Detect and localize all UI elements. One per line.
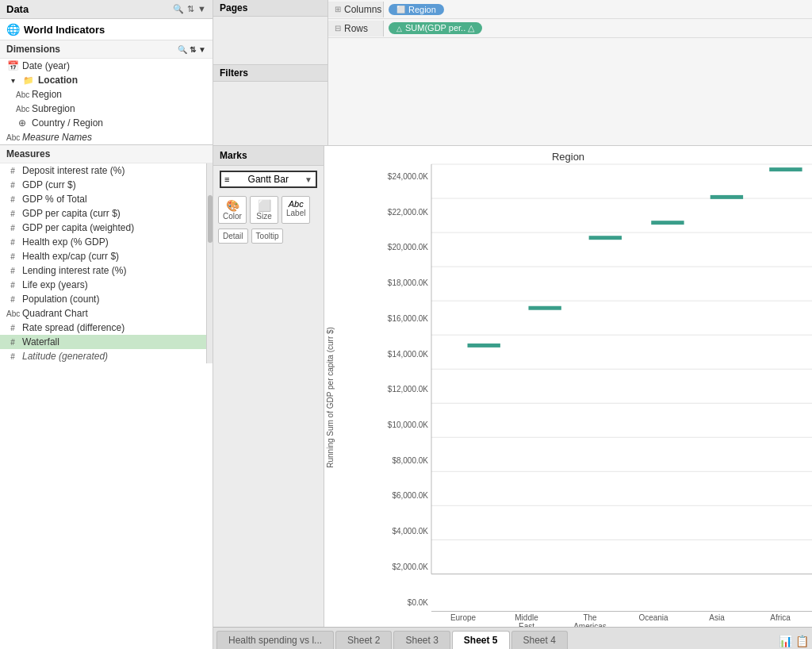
dim-item-country[interactable]: ⊕ Country / Region xyxy=(0,116,213,130)
columns-pill[interactable]: ⬜ Region xyxy=(389,4,444,15)
tab-sheet5[interactable]: Sheet 5 xyxy=(452,631,510,649)
columns-shelf: ⊞ Columns ⬜ Region xyxy=(328,0,812,19)
measure-hash-icon-9: # xyxy=(6,281,19,290)
tab-sheet2[interactable]: Sheet 2 xyxy=(335,631,392,649)
measure-label-gdp-pct: GDP % of Total xyxy=(22,194,87,205)
tab-health-spending[interactable]: Health spending vs l... xyxy=(216,631,334,649)
measure-gdp[interactable]: # GDP (curr $) xyxy=(0,178,206,192)
measure-gdp-weighted[interactable]: # GDP per capita (weighted) xyxy=(0,221,206,235)
measure-list: # Deposit interest rate (%) # GDP (curr … xyxy=(0,163,206,363)
rows-pill[interactable]: △ SUM(GDP per.. △ xyxy=(389,22,482,34)
bar-africa xyxy=(769,167,802,171)
dimension-list: 📅 Date (year) ▾ 📁 Location Abc Region Ab… xyxy=(0,59,213,144)
measure-hash-icon-4: # xyxy=(6,209,19,218)
rows-content: △ SUM(GDP per.. △ xyxy=(384,21,812,36)
rows-pill-text: SUM(GDP per.. △ xyxy=(405,23,474,33)
measure-waterfall[interactable]: # Waterfall xyxy=(0,335,206,349)
y-label-4: $16,000.0K xyxy=(388,314,428,323)
left-panel-header: Data 🔍 ⇅ ▼ xyxy=(0,0,213,19)
measure-lending[interactable]: # Lending interest rate (%) xyxy=(0,263,206,278)
columns-content: ⬜ Region xyxy=(384,2,812,17)
size-icon: ⬜ xyxy=(258,199,271,212)
measure-gdp-per-cap[interactable]: # GDP per capita (curr $) xyxy=(0,206,206,221)
dim-item-subregion[interactable]: Abc Subregion xyxy=(0,102,213,116)
data-source-name: World Indicators xyxy=(24,24,105,36)
measure-health-cap[interactable]: # Health exp/cap (curr $) xyxy=(0,249,206,263)
pages-label: Pages xyxy=(213,0,327,17)
rows-pill-icon: △ xyxy=(396,25,402,33)
marks-type-dropdown[interactable]: ≡ Gantt Bar ▼ xyxy=(220,171,317,188)
measure-label-latitude: Latitude (generated) xyxy=(22,351,108,362)
color-label: Color xyxy=(223,212,242,221)
data-source-row[interactable]: 🌐 World Indicators xyxy=(0,19,213,40)
tooltip-button[interactable]: Tooltip xyxy=(251,228,284,244)
y-axis-wrapper: Running Sum of GDP per capita (curr $) $… xyxy=(324,164,431,627)
measure-label-waterfall: Waterfall xyxy=(22,336,59,348)
measures-label: Measures xyxy=(6,148,50,159)
dim-arrow-icon[interactable]: ▼ xyxy=(198,45,206,54)
marks-panel: Marks ≡ Gantt Bar ▼ 🎨 Color ⬜ Size xyxy=(213,146,324,627)
dim-search-icon[interactable]: 🔍 xyxy=(178,45,187,54)
bar-middle-east xyxy=(528,306,561,310)
measure-hash-icon-13: # xyxy=(6,352,19,361)
dropdown-chevron: ▼ xyxy=(304,175,312,184)
tab-sheet3[interactable]: Sheet 3 xyxy=(393,631,450,649)
duplicate-sheet-icon[interactable]: 📋 xyxy=(795,635,809,647)
measure-life[interactable]: # Life exp (years) xyxy=(0,278,206,292)
bar-asia xyxy=(710,195,743,199)
dim-sort-icon[interactable]: ⇅ xyxy=(190,45,196,54)
data-source-icon: 🌐 xyxy=(6,23,20,36)
measure-health-pct[interactable]: # Health exp (% GDP) xyxy=(0,235,206,249)
location-group-icon: 📁 xyxy=(22,75,35,86)
measure-label-gdp-per-cap: GDP per capita (curr $) xyxy=(22,208,121,219)
measure-label-deposit: Deposit interest rate (%) xyxy=(22,165,124,176)
measure-population[interactable]: # Population (count) xyxy=(0,292,206,306)
y-label-11: $2,000.0K xyxy=(392,563,428,571)
measure-deposit[interactable]: # Deposit interest rate (%) xyxy=(0,163,206,178)
tab-sheet4[interactable]: Sheet 4 xyxy=(511,631,568,649)
left-panel: Data 🔍 ⇅ ▼ 🌐 World Indicators Dimensions… xyxy=(0,0,213,649)
gantt-icon: ≡ xyxy=(224,175,229,184)
bar-oceania xyxy=(651,221,684,225)
dim-label-region: Region xyxy=(32,89,62,100)
dim-item-measure-names[interactable]: Abc Measure Names xyxy=(0,130,213,144)
filters-label: Filters xyxy=(213,64,327,82)
x-label-africa: Africa xyxy=(749,613,812,627)
subregion-icon: Abc xyxy=(16,105,29,113)
marks-type-label: Gantt Bar xyxy=(248,174,289,185)
y-label-12: $0.0K xyxy=(408,598,428,607)
measure-latitude[interactable]: # Latitude (generated) xyxy=(0,349,206,363)
measure-gdp-pct[interactable]: # GDP % of Total xyxy=(0,192,206,206)
measure-label-population: Population (count) xyxy=(22,294,99,305)
marks-title: Marks xyxy=(213,146,324,166)
dim-label-measure-names: Measure Names xyxy=(22,132,92,143)
main-area: Data 🔍 ⇅ ▼ 🌐 World Indicators Dimensions… xyxy=(0,0,812,649)
x-label-europe: Europe xyxy=(431,613,495,627)
sort-icon[interactable]: ⇅ xyxy=(187,4,194,14)
color-button[interactable]: 🎨 Color xyxy=(218,196,247,224)
label-button[interactable]: Abc Label xyxy=(282,196,310,224)
more-icon[interactable]: ▼ xyxy=(197,4,206,14)
size-button[interactable]: ⬜ Size xyxy=(250,196,278,224)
search-icon[interactable]: 🔍 xyxy=(173,4,184,14)
dim-item-location[interactable]: ▾ 📁 Location xyxy=(0,73,213,87)
dim-item-date[interactable]: 📅 Date (year) xyxy=(0,59,213,73)
measure-quadrant[interactable]: Abc Quadrant Chart xyxy=(0,306,206,321)
dim-item-region[interactable]: Abc Region xyxy=(0,87,213,102)
bar-americas xyxy=(589,236,622,240)
rows-label: ⊟ Rows xyxy=(328,21,384,36)
y-label-0: $24,000.0K xyxy=(388,172,428,181)
location-expand-icon: ▾ xyxy=(6,76,19,85)
measure-label-lending: Lending interest rate (%) xyxy=(22,265,126,276)
tab-icons: 📊 📋 xyxy=(779,635,809,649)
measure-rate-spread[interactable]: # Rate spread (difference) xyxy=(0,321,206,335)
measure-label-quadrant: Quadrant Chart xyxy=(22,308,88,319)
country-icon: ⊕ xyxy=(16,117,29,129)
detail-button[interactable]: Detail xyxy=(218,228,248,244)
measure-label-rate-spread: Rate spread (difference) xyxy=(22,322,124,333)
panel-header-icons: 🔍 ⇅ ▼ xyxy=(173,4,206,14)
new-sheet-icon[interactable]: 📊 xyxy=(779,635,792,647)
measures-header: Measures xyxy=(0,145,213,163)
measure-abc-icon: Abc xyxy=(6,309,19,318)
measures-scrollbar[interactable] xyxy=(206,163,213,363)
